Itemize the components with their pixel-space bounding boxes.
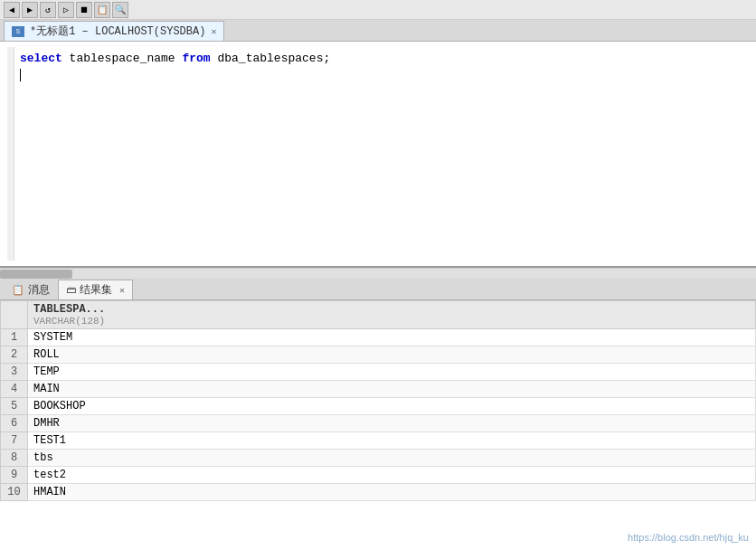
- bottom-panel: 📋 消息 🗃 结果集 ✕ TABLESPA... VARCHAR(128) 1S…: [0, 279, 756, 550]
- cell-tablespace-name: ROLL: [28, 346, 756, 364]
- table-row: 8tbs: [1, 450, 756, 467]
- result-table: TABLESPA... VARCHAR(128) 1SYSTEM2ROLL3TE…: [0, 300, 756, 501]
- editor-cursor: [20, 69, 21, 81]
- editor-text-2: dba_tablespaces: [211, 52, 324, 65]
- editor-line-1: select tablespace_name from dba_tablespa…: [20, 51, 743, 67]
- toolbar-btn-copy[interactable]: 📋: [94, 2, 110, 18]
- editor-area[interactable]: select tablespace_name from dba_tablespa…: [0, 42, 756, 268]
- table-row: 2ROLL: [1, 346, 756, 364]
- toolbar-btn-search[interactable]: 🔍: [112, 2, 128, 18]
- cell-rownum: 4: [1, 381, 28, 398]
- col-name-1: TABLESPA...: [33, 303, 750, 316]
- tab-label: *无标题1 – LOCALHOST(SYSDBA): [30, 24, 205, 39]
- resultset-close-btn[interactable]: ✕: [119, 285, 125, 296]
- cell-rownum: 6: [1, 415, 28, 432]
- tab-resultset[interactable]: 🗃 结果集 ✕: [58, 280, 133, 299]
- cell-tablespace-name: tbs: [28, 450, 756, 467]
- cell-rownum: 10: [1, 484, 28, 501]
- table-row: 4MAIN: [1, 381, 756, 398]
- editor-line-2: [20, 67, 743, 83]
- messages-icon: 📋: [12, 284, 24, 296]
- table-header-row: TABLESPA... VARCHAR(128): [1, 301, 756, 329]
- sql-file-icon: S: [12, 26, 24, 37]
- cell-tablespace-name: TEST1: [28, 432, 756, 450]
- editor-wrapper: select tablespace_name from dba_tablespa…: [7, 47, 749, 261]
- cell-tablespace-name: BOOKSHOP: [28, 398, 756, 415]
- editor-main[interactable]: select tablespace_name from dba_tablespa…: [14, 47, 749, 261]
- cell-tablespace-name: DMHR: [28, 415, 756, 432]
- result-table-container[interactable]: TABLESPA... VARCHAR(128) 1SYSTEM2ROLL3TE…: [0, 300, 756, 550]
- editor-semicolon: ;: [323, 52, 330, 65]
- table-row: 6DMHR: [1, 415, 756, 432]
- cell-tablespace-name: TEMP: [28, 364, 756, 381]
- editor-tab[interactable]: S *无标题1 – LOCALHOST(SYSDBA) ✕: [4, 21, 224, 41]
- editor-scrollbar[interactable]: [0, 268, 756, 279]
- table-row: 3TEMP: [1, 364, 756, 381]
- cell-tablespace-name: SYSTEM: [28, 329, 756, 346]
- toolbar-btn-back[interactable]: ◀: [4, 2, 20, 18]
- cell-tablespace-name: HMAIN: [28, 484, 756, 501]
- cell-rownum: 9: [1, 467, 28, 484]
- line-gutter: [7, 47, 14, 261]
- tab-messages[interactable]: 📋 消息: [4, 280, 58, 299]
- tab-bar: S *无标题1 – LOCALHOST(SYSDBA) ✕: [0, 20, 756, 42]
- toolbar-btn-refresh[interactable]: ↺: [40, 2, 56, 18]
- table-row: 9test2: [1, 467, 756, 484]
- table-row: 7TEST1: [1, 432, 756, 450]
- cell-rownum: 1: [1, 329, 28, 346]
- table-row: 10HMAIN: [1, 484, 756, 501]
- keyword-from: from: [182, 52, 210, 65]
- cell-rownum: 5: [1, 398, 28, 415]
- editor-text-1: tablespace_name: [62, 52, 183, 65]
- toolbar-btn-forward[interactable]: ▶: [22, 2, 38, 18]
- toolbar-btn-stop[interactable]: ⏹: [76, 2, 92, 18]
- cell-tablespace-name: test2: [28, 467, 756, 484]
- toolbar-btn-run[interactable]: ▷: [58, 2, 74, 18]
- watermark: https://blog.csdn.net/hjq_ku: [628, 532, 749, 543]
- resultset-icon: 🗃: [66, 284, 76, 296]
- col-type-1: VARCHAR(128): [33, 316, 750, 327]
- editor-scrollbar-thumb[interactable]: [0, 270, 72, 279]
- keyword-select: select: [20, 52, 62, 65]
- cell-rownum: 8: [1, 450, 28, 467]
- cell-tablespace-name: MAIN: [28, 381, 756, 398]
- tab-resultset-label: 结果集: [80, 282, 112, 298]
- header-col-1: TABLESPA... VARCHAR(128): [28, 301, 756, 329]
- cell-rownum: 2: [1, 346, 28, 364]
- result-tbody: 1SYSTEM2ROLL3TEMP4MAIN5BOOKSHOP6DMHR7TES…: [1, 329, 756, 501]
- cell-rownum: 7: [1, 432, 28, 450]
- table-row: 5BOOKSHOP: [1, 398, 756, 415]
- tab-messages-label: 消息: [28, 282, 50, 298]
- cell-rownum: 3: [1, 364, 28, 381]
- table-row: 1SYSTEM: [1, 329, 756, 346]
- tab-close-btn[interactable]: ✕: [211, 26, 216, 37]
- header-rownum: [1, 301, 28, 329]
- bottom-tab-bar: 📋 消息 🗃 结果集 ✕: [0, 279, 756, 300]
- toolbar: ◀ ▶ ↺ ▷ ⏹ 📋 🔍: [0, 0, 756, 20]
